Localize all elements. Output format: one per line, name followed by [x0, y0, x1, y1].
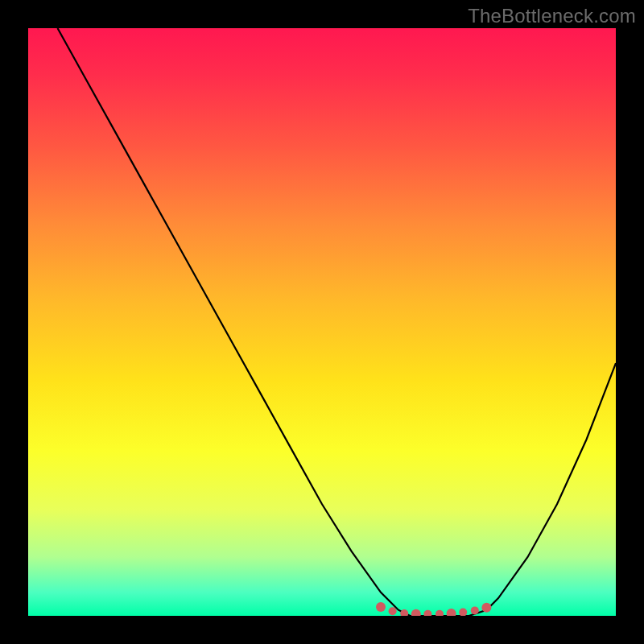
valley-dot — [471, 606, 479, 614]
valley-dot — [400, 609, 408, 616]
valley-dot — [481, 603, 491, 613]
credit-text: TheBottleneck.com — [468, 5, 636, 27]
valley-dot — [447, 609, 456, 616]
valley-dot — [389, 607, 397, 615]
valley-dot — [459, 609, 467, 616]
valley-dot — [423, 610, 431, 616]
curve-layer — [28, 28, 616, 616]
chart-frame: TheBottleneck.com — [0, 0, 644, 644]
bottleneck-curve — [58, 28, 617, 616]
plot-area — [28, 28, 616, 616]
valley-dot — [436, 610, 444, 616]
valley-dot — [411, 609, 421, 616]
valley-dot — [376, 602, 386, 612]
